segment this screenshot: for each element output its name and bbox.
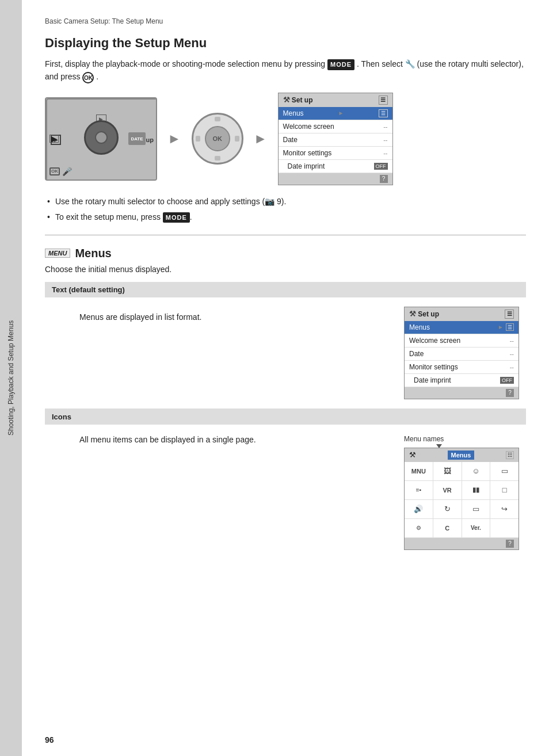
ok-dial-center: OK [205, 126, 230, 151]
wrench-icon-2: ⚒ [409, 310, 416, 318]
menu-list-icon: ☰ [379, 109, 388, 117]
menu-item-date-2: Date -- [405, 348, 518, 361]
choose-text: Choose the initial menus displayed. [45, 265, 526, 274]
menu-item-date-1: Date -- [279, 133, 392, 147]
bullet2-text: To exit the setup menu, press MODE. [55, 212, 192, 222]
list-icon-2: ☰ [505, 310, 514, 319]
menus-highlighted: Menus [448, 450, 475, 460]
setup-menu-panel-2: ⚒ Set up ☰ Menus ► ☰ Welcome screen -- [404, 307, 519, 399]
intro-text3: . [96, 72, 98, 81]
icons-menu-panel: ⚒ Menus ☷ MNU 🖼 ☺ ▭ ≡ [404, 448, 519, 550]
question-icon-3: ? [506, 540, 514, 548]
text-setting-section: Text (default setting) Menus are display… [45, 282, 526, 409]
icons-setting-label: Icons [52, 413, 71, 421]
arrow-icon-1: ► [167, 131, 181, 147]
camera-screen: ▶ Set up ▶ DATE ▶ OK 🎤 [45, 97, 157, 181]
mic-icon: 🎤 [62, 166, 71, 177]
list-icon-1: ☰ [379, 96, 388, 105]
question-icon-2: ? [506, 389, 514, 397]
section1-title: Displaying the Setup Menu [45, 36, 526, 51]
menu-header-2: ⚒ Set up ☰ [405, 307, 518, 321]
menu-item-monitor-1: Monitor settings -- [279, 147, 392, 160]
bullet-list: Use the rotary multi selector to choose … [45, 196, 526, 223]
menu-item-dateimprint-2: Date imprint OFF [405, 374, 518, 387]
icons-setting-header: Icons [45, 409, 526, 425]
grid-cell-4-3: Ver. [462, 519, 491, 537]
icons-menu-header: ⚒ Menus ☷ [405, 448, 518, 462]
menu-item-menus-1: Menus ► ☰ [279, 107, 392, 120]
bullet-item-1: Use the rotary multi selector to choose … [45, 196, 526, 208]
icons-setting-section: Icons All menu items can be displayed in… [45, 409, 526, 559]
grid-cell-2-3: ▮▮ [462, 481, 491, 499]
icons-header-left: ⚒ [409, 450, 416, 459]
grid-cell-3-3: ▭ [462, 500, 491, 518]
menu-item-welcome-2: Welcome screen -- [405, 334, 518, 348]
menu-item-monitor-2: Monitor settings -- [405, 361, 518, 374]
grid-cell-1-2: 🖼 [433, 462, 462, 480]
intro-paragraph: First, display the playback-mode or shoo… [45, 58, 526, 83]
menu-header-1: ⚒ Set up ☰ [279, 93, 392, 107]
grid-cell-4-1: ⚙ [405, 519, 433, 537]
camera-bottom-bar: OK 🎤 [49, 166, 71, 177]
wrench-icon-1: ⚒ [283, 96, 290, 104]
question-icon-1: ? [380, 175, 388, 183]
grid-cell-2-1: ≡▪ [405, 481, 433, 499]
wrench-icon-3: ⚒ [409, 450, 416, 459]
grid-cell-2-2: VR [433, 481, 462, 499]
icons-description: All menu items can be displayed in a sin… [79, 434, 387, 446]
menu-bottom-1: ? [279, 173, 392, 185]
diagram-row: ▶ Set up ▶ DATE ▶ OK 🎤 [45, 93, 526, 185]
camera-left-icons: ▶ [49, 135, 59, 143]
text-setting-description: Menus are displayed in list format. [79, 307, 387, 323]
arrow-icon-2: ► [254, 131, 268, 147]
menu-names-area: Menu names ⚒ Menus ☷ [404, 434, 519, 550]
rotary-selector-small [84, 120, 119, 155]
item-arrow-1: ► [338, 110, 344, 116]
menu-bottom-3: ? [405, 538, 518, 549]
mode-badge-2: MODE [163, 212, 190, 223]
menu-names-label: Menu names [404, 435, 444, 443]
grid-cell-3-4: ↪ [490, 500, 518, 518]
ok-small-icon: OK [49, 167, 60, 175]
text-setting-content: Menus are displayed in list format. ⚒ Se… [45, 297, 526, 409]
grid-cell-1-4: ▭ [490, 462, 518, 480]
small-play-icon: ▶ [49, 135, 59, 143]
date-icon-box: DATE [128, 132, 146, 145]
grid-row-3: 🔊 ↻ ▭ ↪ [405, 500, 518, 519]
grid-cell-4-4 [490, 519, 518, 537]
text-setting-label: Text (default setting) [52, 285, 125, 294]
grid-cell-1-3: ☺ [462, 462, 491, 480]
menu-bottom-2: ? [405, 387, 518, 399]
list-icon-selected: ☰ [506, 323, 514, 331]
grid-row-4: ⚙ C Ver. [405, 519, 518, 538]
grid-cell-2-4: □ [490, 481, 518, 499]
grid-icon-header: ☷ [506, 451, 514, 459]
section2-title-text: Menus [75, 247, 111, 260]
menu-item-dateimprint-1: Date imprint OFF [279, 160, 392, 173]
grid-cell-3-1: 🔊 [405, 500, 433, 518]
breadcrumb: Basic Camera Setup: The Setup Menu [45, 17, 526, 25]
item-arrow-2: ► [498, 324, 504, 330]
grid-cell-3-2: ↻ [433, 500, 462, 518]
mode-badge: MODE [327, 59, 354, 71]
arrow-down-icon [436, 444, 442, 448]
menu-item-menus-2: Menus ► ☰ [405, 321, 518, 334]
text-setting-header: Text (default setting) [45, 282, 526, 297]
bullet1-text: Use the rotary multi selector to choose … [55, 197, 286, 206]
intro-text1: First, display the playback-mode or shoo… [45, 59, 325, 68]
rotary-dial: OK [192, 113, 243, 165]
section2-title: MENU Menus [45, 247, 526, 260]
menu-names-label-container: Menu names [404, 434, 519, 443]
main-content: Basic Camera Setup: The Setup Menu Displ… [22, 0, 549, 756]
setup-menu-panel-1: ⚒ Set up ☰ Menus ► ☰ Welcome screen -- D… [278, 93, 393, 185]
icons-setting-content: All menu items can be displayed in a sin… [45, 425, 526, 559]
menu-item-welcome-1: Welcome screen -- [279, 120, 392, 133]
rotary-center [95, 131, 108, 144]
sidebar-label: Shooting, Playback and Setup Menus [7, 320, 15, 436]
page-number: 96 [45, 735, 54, 744]
ok-badge: OK [82, 72, 94, 83]
menu-icon-badge: MENU [45, 249, 70, 258]
bullet-item-2: To exit the setup menu, press MODE. [45, 211, 526, 223]
grid-row-2: ≡▪ VR ▮▮ □ [405, 481, 518, 500]
sidebar: Shooting, Playback and Setup Menus [0, 0, 22, 756]
